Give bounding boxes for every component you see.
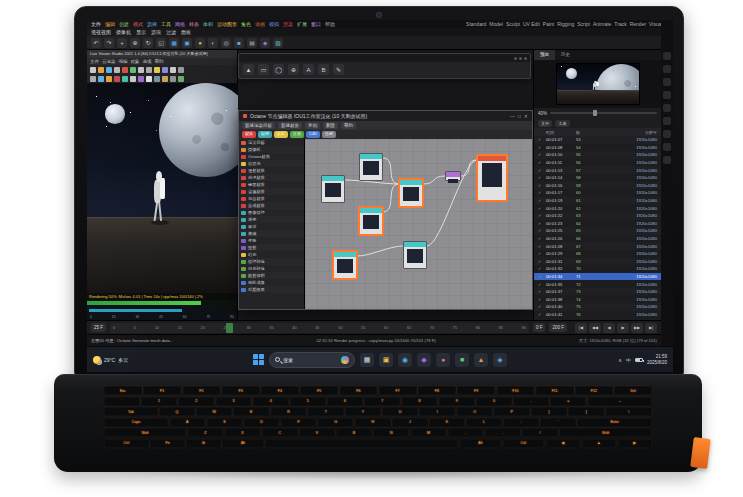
keyboard-key[interactable]: F1 [143,386,181,395]
next-key-button[interactable]: ▶▶ [631,323,643,333]
graph-node[interactable] [359,153,383,181]
keyboard-key[interactable]: D [244,418,280,427]
viewer-tool-icon[interactable] [90,76,96,82]
text-a-icon[interactable]: A [303,64,314,75]
menu-item[interactable]: 渲染 [283,20,293,28]
viewer-tool-icon[interactable] [130,76,136,82]
node-category-item[interactable]: 日光环境 [239,265,304,272]
side-panel-icon[interactable] [663,156,671,164]
viewer-tool-icon[interactable] [130,67,136,73]
target-icon[interactable]: ⊕ [288,64,299,75]
node-category-item[interactable]: 后期效果 [239,286,304,293]
node-category-item[interactable]: 变换 [239,237,304,244]
menu-item[interactable]: 模式 [133,20,143,28]
node-category-item[interactable]: 摄像机 [239,146,304,153]
app-icon-orange[interactable]: ▲ [474,353,488,367]
keyboard-key[interactable]: Shift [104,428,186,437]
current-frame-field[interactable]: 25 F [91,323,106,332]
prev-key-button[interactable]: ◀◀ [589,323,601,333]
node-editor-button[interactable]: 帮助 [341,122,356,129]
layout-tab[interactable]: Track [614,20,626,28]
menu-item[interactable]: 编辑 [105,20,115,28]
node-editor-button[interactable]: 复制 [305,122,320,129]
plane-icon[interactable]: ▤ [247,38,257,48]
viewport-menu-item[interactable]: 显示 [136,28,146,36]
undo-icon[interactable]: ↶ [91,38,101,48]
keyboard-key[interactable]: T [308,407,344,416]
menu-item[interactable]: 文件 [91,20,101,28]
edge-icon[interactable]: ◉ [398,353,412,367]
keyboard-key[interactable]: L [466,418,502,427]
keyboard-key[interactable]: 9 [439,397,475,406]
keyboard-key[interactable]: Tab [104,407,158,416]
keyboard-key[interactable]: J [392,418,428,427]
zoom-slider[interactable] [550,112,657,114]
region-icon[interactable]: ▭ [258,64,269,75]
clock[interactable]: 21:59 2025/8/20 [647,354,667,365]
node-filter-chip[interactable]: 材质 [242,131,256,138]
viewer-tool-icon[interactable] [162,67,168,73]
graph-node[interactable] [399,179,423,207]
graph-node[interactable] [445,171,461,181]
viewer-tool-icon[interactable] [122,67,128,73]
keyboard-key[interactable]: F9 [457,386,495,395]
viewer-tool-icon[interactable] [114,76,120,82]
text-b-icon[interactable]: B [318,64,329,75]
keyboard-key[interactable]: F10 [497,386,535,395]
menu-item[interactable]: 体积 [203,20,213,28]
keyboard-key[interactable]: F6 [340,386,378,395]
node-editor-button[interactable]: 新建渲染目标 [242,122,275,129]
render-list-row[interactable]: ✓00:01:34711920x1080 [534,273,661,281]
keyboard-key[interactable]: R [271,407,307,416]
preview-thumbnail[interactable] [556,63,640,105]
node-editor-titlebar[interactable]: Octane 节点编辑器 IOU1工作室汉化 (10 天剩余试用) —□✕ [239,111,532,121]
node-category-item[interactable]: 渲染目标 [239,139,304,146]
camera-icon[interactable]: ◎ [221,38,231,48]
side-panel-icon[interactable] [663,117,671,125]
render-list-row[interactable]: ✓00:01:26661920x1080 [534,235,661,243]
keyboard-key[interactable]: H [355,418,391,427]
viewer-tool-icon[interactable] [170,76,176,82]
keyboard-key[interactable]: S [207,418,243,427]
render-list-row[interactable]: ✓00:01:38741920x1080 [534,295,661,303]
node-category-item[interactable]: 渐变 [239,216,304,223]
render-list-row[interactable]: ✓00:01:41761920x1080 [534,311,661,319]
render-list-row[interactable]: ✓00:01:11561920x1080 [534,159,661,167]
app-icon-green[interactable]: ■ [455,353,469,367]
node-category-item[interactable]: 漫射材质 [239,167,304,174]
viewer-menu-item[interactable]: 对象 [131,59,140,64]
keyboard-key[interactable]: ' [540,418,576,427]
node-filter-chip[interactable]: 介质 [290,131,304,138]
keyboard-key[interactable]: Z [188,428,224,437]
node-editor-button[interactable]: 删除 [323,122,338,129]
viewer-tool-icon[interactable] [146,67,152,73]
node-category-item[interactable]: 纹理环境 [239,258,304,265]
node-category-item[interactable]: 衰减 [239,230,304,237]
deformer-icon[interactable]: ◈ [260,38,270,48]
volume-icon[interactable]: ▧ [273,38,283,48]
explorer-icon[interactable]: ▣ [379,353,393,367]
keyboard-key[interactable]: G [318,418,354,427]
keyboard-key[interactable]: [ [531,407,567,416]
keyboard-key[interactable]: X [225,428,261,437]
keyboard-key[interactable]: F5 [300,386,338,395]
render-list-row[interactable]: ✓00:01:29681920x1080 [534,250,661,258]
keyboard-key[interactable]: , [448,428,484,437]
move-icon[interactable]: + [117,38,127,48]
layout-tab[interactable]: Rigging [557,20,574,28]
side-panel-icon[interactable] [663,52,671,60]
render-list-row[interactable]: ✓00:01:37731920x1080 [534,288,661,296]
keyboard-key[interactable]: ◀ [546,439,580,448]
viewer-tool-icon[interactable] [154,76,160,82]
keyboard-key[interactable]: . [485,428,521,437]
keyboard-key[interactable]: Caps [104,418,168,427]
layout-tab[interactable]: Standard [466,20,486,28]
right-tab-0[interactable]: 预览 [534,50,555,60]
viewer-tool-icon[interactable] [146,76,152,82]
cube-icon[interactable]: ■ [234,38,244,48]
keyboard-key[interactable]: 2 [178,397,214,406]
keyboard-key[interactable]: K [429,418,465,427]
menu-item[interactable]: 运动图形 [217,20,237,28]
rotate-icon[interactable]: ↻ [143,38,153,48]
menu-item[interactable]: 动画 [255,20,265,28]
